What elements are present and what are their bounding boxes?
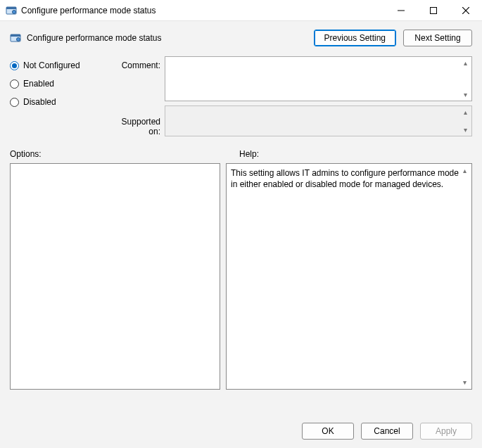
fields: ▴ ▾ ▴ ▾ — [165, 56, 472, 136]
help-label: Help: — [239, 149, 259, 159]
scroll-up-icon[interactable]: ▴ — [461, 108, 470, 117]
apply-button: Apply — [420, 423, 472, 440]
svg-rect-4 — [431, 7, 437, 13]
radio-label: Disabled — [23, 97, 56, 107]
scroll-down-icon[interactable]: ▾ — [461, 125, 470, 134]
next-setting-button[interactable]: Next Setting — [403, 30, 472, 46]
minimize-button[interactable] — [385, 0, 417, 20]
app-icon — [6, 5, 17, 16]
radio-icon — [10, 79, 19, 89]
mid-labels: Options: Help: — [0, 136, 482, 163]
state-radio-group: Not Configured Enabled Disabled — [10, 56, 108, 136]
policy-title: Configure performance mode status — [27, 33, 161, 43]
svg-point-2 — [13, 10, 16, 13]
window-controls — [385, 0, 482, 20]
scroll-up-icon[interactable]: ▴ — [460, 166, 469, 175]
footer-buttons: OK Cancel Apply — [302, 423, 472, 440]
radio-icon — [10, 61, 19, 70]
scroll-down-icon[interactable]: ▾ — [461, 90, 470, 99]
previous-setting-button[interactable]: Previous Setting — [314, 30, 396, 46]
titlebar: Configure performance mode status — [0, 0, 482, 21]
help-text: This setting allows IT admins to configu… — [231, 168, 459, 189]
svg-rect-1 — [6, 7, 16, 9]
radio-not-configured[interactable]: Not Configured — [10, 60, 108, 70]
comment-label: Comment: — [108, 60, 160, 70]
comment-input[interactable]: ▴ ▾ — [165, 56, 472, 101]
nav-buttons: Previous Setting Next Setting — [314, 30, 472, 46]
subheader: Configure performance mode status Previo… — [0, 21, 482, 46]
svg-point-9 — [17, 38, 20, 41]
close-button[interactable] — [450, 0, 482, 20]
scroll-up-icon[interactable]: ▴ — [461, 58, 470, 68]
radio-enabled[interactable]: Enabled — [10, 79, 108, 89]
options-label: Options: — [10, 149, 239, 159]
radio-label: Not Configured — [23, 60, 80, 70]
radio-icon — [10, 98, 19, 107]
panes: This setting allows IT admins to configu… — [0, 163, 482, 390]
radio-label: Enabled — [23, 79, 54, 89]
scroll-down-icon[interactable]: ▾ — [460, 378, 469, 387]
cancel-button[interactable]: Cancel — [361, 423, 413, 440]
policy-icon — [10, 32, 21, 44]
help-pane: This setting allows IT admins to configu… — [226, 163, 472, 390]
config-area: Not Configured Enabled Disabled Comment:… — [0, 46, 482, 136]
maximize-button[interactable] — [417, 0, 450, 20]
svg-rect-8 — [11, 34, 20, 37]
supported-label: Supported on: — [108, 117, 160, 136]
ok-button[interactable]: OK — [302, 423, 354, 440]
window-title: Configure performance mode status — [21, 6, 156, 15]
supported-on-display: ▴ ▾ — [165, 105, 472, 136]
field-labels: Comment: Supported on: — [108, 56, 165, 136]
radio-disabled[interactable]: Disabled — [10, 97, 108, 107]
options-pane — [10, 163, 220, 390]
